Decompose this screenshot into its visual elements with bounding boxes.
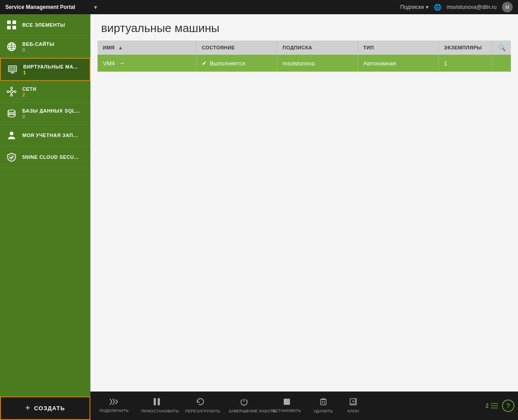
avatar-label: M bbox=[506, 5, 509, 10]
col-header-name[interactable]: ИМЯ ▲ bbox=[98, 40, 196, 55]
page-header: виртуальные машины bbox=[90, 14, 518, 40]
sidebar-item-all-text: ВСЕ ЭЛЕМЕНТЫ bbox=[22, 22, 65, 28]
vm-type-cell: Автономная bbox=[358, 55, 438, 72]
svg-point-17 bbox=[11, 94, 12, 96]
sidebar-item-vms[interactable]: ВИРТУАЛЬНЫЕ МА... 1 bbox=[0, 58, 90, 81]
pages-count: 2 bbox=[485, 403, 489, 409]
vm-name-cell: VM4 → bbox=[98, 55, 196, 72]
sidebar-item-cloudsec-label: 5NINE CLOUD SECU... bbox=[22, 154, 79, 160]
create-button[interactable]: + СОЗДАТЬ bbox=[0, 396, 90, 420]
col-subscription-label: ПОДПИСКА bbox=[282, 45, 312, 50]
sidebar-item-myaccount-text: МОЯ УЧЕТНАЯ ЗАП... bbox=[22, 133, 78, 138]
delete-label: УДАЛИТЬ bbox=[314, 409, 333, 414]
header: Service Management Portal ▾ Подписки ▾ 🌐… bbox=[0, 0, 518, 14]
main-layout: ВСЕ ЭЛЕМЕНТЫ ВЕБ-САЙТЫ 0 bbox=[0, 14, 518, 420]
toolbar-restart-button[interactable]: ПЕРЕЗАГРУЗИТЬ bbox=[179, 395, 221, 416]
sidebar-item-networks[interactable]: СЕТИ 2 bbox=[0, 81, 90, 103]
stop-label: ОСТАНОВИТЬ bbox=[272, 408, 301, 413]
toolbar-right: 2 ? bbox=[485, 400, 514, 412]
svg-point-26 bbox=[10, 132, 13, 135]
col-name-label: ИМЯ bbox=[103, 45, 114, 50]
toolbar-pause-button[interactable]: ПРИОСТАНОВИТЬ bbox=[136, 395, 178, 416]
avatar[interactable]: M bbox=[502, 2, 513, 12]
sidebar-item-sqldb-label: БАЗЫ ДАННЫХ SQL... bbox=[22, 108, 80, 113]
shutdown-icon bbox=[240, 398, 248, 408]
col-instances-label: ЭКЗЕМПЛЯРЫ bbox=[444, 45, 482, 50]
col-status-label: СОСТОЯНИЕ bbox=[202, 45, 235, 50]
vm-name: VM4 bbox=[103, 60, 115, 67]
status-check-icon: ✔ bbox=[202, 60, 207, 67]
restart-icon bbox=[196, 398, 204, 408]
toolbar-clone-button[interactable]: КЛОН bbox=[340, 395, 367, 416]
header-chevron-icon[interactable]: ▾ bbox=[90, 4, 101, 11]
sort-icon: ▲ bbox=[118, 45, 123, 50]
sidebar-item-myaccount-label: МОЯ УЧЕТНАЯ ЗАП... bbox=[22, 133, 78, 138]
subscriptions-button[interactable]: Подписки ▾ bbox=[400, 4, 428, 10]
col-header-instances[interactable]: ЭКЗЕМПЛЯРЫ bbox=[438, 40, 492, 55]
filter-icon: ▾ bbox=[426, 4, 428, 10]
svg-point-22 bbox=[8, 110, 15, 113]
subscriptions-label: Подписки bbox=[400, 4, 424, 10]
pause-icon bbox=[153, 398, 160, 408]
globe-icon[interactable]: 🌐 bbox=[434, 4, 441, 11]
sidebar-item-sqldb[interactable]: БАЗЫ ДАННЫХ SQL... 0 bbox=[0, 103, 90, 125]
toolbar-pages: 2 bbox=[485, 402, 498, 409]
sidebar-item-myaccount[interactable]: МОЯ УЧЕТНАЯ ЗАП... bbox=[0, 125, 90, 146]
col-type-label: ТИП bbox=[363, 45, 374, 50]
svg-rect-3 bbox=[12, 26, 16, 29]
grid-icon bbox=[5, 19, 18, 31]
toolbar-delete-button[interactable]: УДАЛИТЬ bbox=[308, 395, 339, 416]
sidebar-items: ВСЕ ЭЛЕМЕНТЫ ВЕБ-САЙТЫ 0 bbox=[0, 14, 90, 396]
svg-rect-1 bbox=[12, 20, 16, 24]
col-header-search: 🔍 bbox=[492, 40, 511, 55]
col-header-subscription[interactable]: ПОДПИСКА bbox=[277, 40, 358, 55]
table-header-row: ИМЯ ▲ СОСТОЯНИЕ ПОДПИСКА ТИП bbox=[98, 40, 511, 55]
svg-rect-29 bbox=[284, 399, 290, 405]
vm-subscription: msvistunova bbox=[282, 60, 314, 67]
create-plus-icon: + bbox=[25, 404, 31, 413]
sidebar-item-sqldb-count: 0 bbox=[22, 114, 80, 119]
help-label: ? bbox=[506, 402, 510, 409]
svg-rect-10 bbox=[10, 67, 15, 70]
bottom-toolbar: ПОДКЛЮЧИТЬ ПРИОСТАНОВИТЬ bbox=[90, 392, 518, 420]
sidebar-item-networks-label: СЕТИ bbox=[22, 86, 37, 92]
toolbar-connect-button[interactable]: ПОДКЛЮЧИТЬ bbox=[94, 396, 134, 416]
toolbar-shutdown-button[interactable]: ЗАВЕРШЕНИЕ РАБОТЫ bbox=[223, 395, 265, 416]
vm-search-cell bbox=[492, 55, 511, 72]
connect-label: ПОДКЛЮЧИТЬ bbox=[99, 408, 129, 413]
clone-label: КЛОН bbox=[348, 409, 359, 414]
svg-rect-2 bbox=[7, 26, 11, 29]
shield-icon bbox=[5, 151, 18, 163]
header-right: Подписки ▾ 🌐 msvistunova@dtln.ru M bbox=[400, 2, 518, 12]
vm-status: Выполняется bbox=[210, 60, 245, 67]
sidebar-item-networks-text: СЕТИ 2 bbox=[22, 86, 37, 97]
svg-rect-28 bbox=[158, 398, 160, 405]
delete-icon bbox=[320, 398, 327, 408]
col-header-type[interactable]: ТИП bbox=[358, 40, 438, 55]
sidebar-item-websites-label: ВЕБ-САЙТЫ bbox=[22, 41, 54, 47]
sidebar-item-all[interactable]: ВСЕ ЭЛЕМЕНТЫ bbox=[0, 14, 90, 36]
create-label: СОЗДАТЬ bbox=[34, 405, 65, 412]
row-arrow-icon: → bbox=[118, 59, 126, 67]
svg-rect-30 bbox=[321, 400, 326, 405]
table-row[interactable]: VM4 → ✔ Выполняется msvistunova bbox=[98, 55, 511, 72]
svg-point-15 bbox=[14, 91, 16, 93]
help-button[interactable]: ? bbox=[502, 400, 514, 412]
svg-point-25 bbox=[8, 114, 15, 117]
stop-icon bbox=[283, 398, 290, 408]
svg-rect-0 bbox=[7, 20, 11, 24]
sidebar-item-websites[interactable]: ВЕБ-САЙТЫ 0 bbox=[0, 36, 90, 58]
sidebar-item-websites-count: 0 bbox=[22, 47, 54, 52]
svg-rect-27 bbox=[154, 398, 156, 405]
web-icon bbox=[5, 40, 18, 53]
sidebar-item-cloudsec[interactable]: 5NINE CLOUD SECU... bbox=[0, 146, 90, 168]
toolbar-stop-button[interactable]: ОСТАНОВИТЬ bbox=[267, 396, 306, 416]
table-search-button[interactable]: 🔍 bbox=[498, 44, 506, 51]
restart-label: ПЕРЕЗАГРУЗИТЬ bbox=[185, 409, 216, 414]
vm-type: Автономная bbox=[363, 60, 396, 67]
col-header-status[interactable]: СОСТОЯНИЕ bbox=[196, 40, 277, 55]
vm-table: ИМЯ ▲ СОСТОЯНИЕ ПОДПИСКА ТИП bbox=[98, 40, 511, 72]
user-email: msvistunova@dtln.ru bbox=[447, 4, 497, 10]
sidebar-item-vms-count: 1 bbox=[23, 70, 78, 75]
vm-instances: 1 bbox=[444, 60, 447, 67]
